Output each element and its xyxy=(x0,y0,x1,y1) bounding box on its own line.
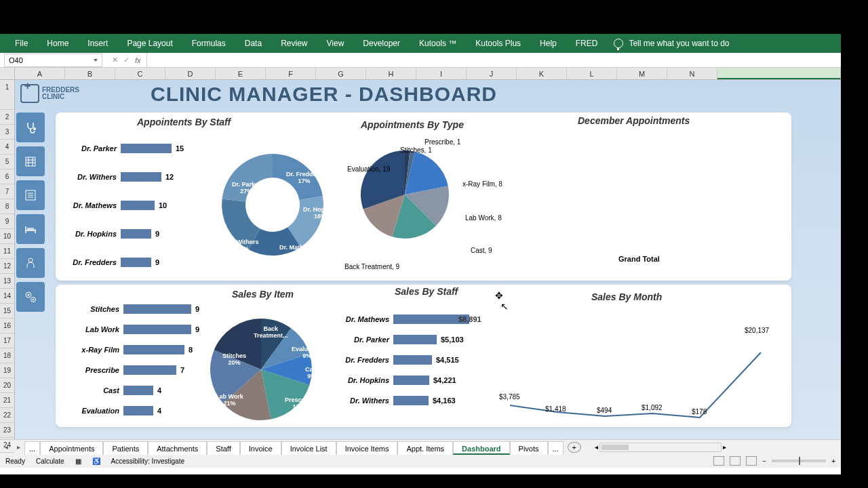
sales-staff-bars[interactable]: Dr. Mathews$8,891 Dr. Parker$5,103 Dr. F… xyxy=(340,312,481,408)
tab-prev-icon[interactable]: ◂ xyxy=(0,443,12,451)
col-M[interactable]: M xyxy=(617,68,667,79)
row-2[interactable]: 2 xyxy=(0,110,14,125)
tab-help[interactable]: Help xyxy=(530,34,566,53)
horizontal-scrollbar[interactable]: ◂ ▸ xyxy=(595,443,841,452)
tab-view[interactable]: View xyxy=(317,34,354,53)
row-3[interactable]: 3 xyxy=(0,125,14,140)
row-20[interactable]: 20 xyxy=(0,378,14,393)
col-A[interactable]: A xyxy=(15,68,65,79)
row-22[interactable]: 22 xyxy=(0,408,14,423)
col-G[interactable]: G xyxy=(316,68,366,79)
tab-pivots[interactable]: Pivots xyxy=(510,441,548,455)
row-23[interactable]: 23 xyxy=(0,423,14,438)
tab-next-icon[interactable]: ▸ xyxy=(12,443,24,451)
appt-type-pie[interactable]: Prescribe, 1 Stitches, 1 Evaluation, 19 … xyxy=(354,144,456,248)
row-21[interactable]: 21 xyxy=(0,393,14,408)
col-C[interactable]: C xyxy=(115,68,165,79)
col-N[interactable]: N xyxy=(667,68,717,79)
tab-attachments[interactable]: Attachments xyxy=(148,441,207,455)
normal-view-icon[interactable] xyxy=(713,456,724,466)
tab-invoice-list[interactable]: Invoice List xyxy=(281,441,336,455)
tab-appointments[interactable]: Appointments xyxy=(40,441,103,455)
nav-person-icon[interactable] xyxy=(16,248,45,278)
row-11[interactable]: 11 xyxy=(0,244,14,259)
tab-home[interactable]: Home xyxy=(37,34,78,53)
chevron-down-icon[interactable] xyxy=(94,59,98,62)
zoom-out-button[interactable]: − xyxy=(762,458,766,465)
select-all-corner[interactable] xyxy=(0,68,15,79)
tab-invoice-items[interactable]: Invoice Items xyxy=(336,441,398,455)
tab-staff[interactable]: Staff xyxy=(207,441,239,455)
add-sheet-button[interactable]: + xyxy=(568,442,581,453)
row-17[interactable]: 17 xyxy=(0,333,14,348)
col-sel[interactable] xyxy=(717,68,841,79)
sales-item-pie[interactable]: BackTreatment... Evaluation9% Cast9% Pre… xyxy=(203,312,319,430)
row-5[interactable]: 5 xyxy=(0,155,14,169)
sheet-tabs: ◂ ▸ ... Appointments Patients Attachment… xyxy=(0,439,841,454)
fx-icon[interactable]: fx xyxy=(135,56,141,64)
col-F[interactable]: F xyxy=(266,68,316,79)
col-H[interactable]: H xyxy=(366,68,416,79)
row-4[interactable]: 4 xyxy=(0,140,14,155)
col-K[interactable]: K xyxy=(517,68,567,79)
row-6[interactable]: 6 xyxy=(0,169,14,184)
status-accessibility[interactable]: Accessibility: Investigate xyxy=(111,458,184,465)
col-J[interactable]: J xyxy=(467,68,517,79)
tab-invoice[interactable]: Invoice xyxy=(240,441,281,455)
page-break-view-icon[interactable] xyxy=(746,456,757,466)
row-16[interactable]: 16 xyxy=(0,319,14,333)
tab-formulas[interactable]: Formulas xyxy=(182,34,235,53)
tab-data[interactable]: Data xyxy=(235,34,271,53)
cancel-formula-icon[interactable]: ✕ xyxy=(112,56,118,64)
col-E[interactable]: E xyxy=(216,68,266,79)
tab-kutools-plus[interactable]: Kutools Plus xyxy=(466,34,530,53)
row-18[interactable]: 18 xyxy=(0,348,14,363)
accept-formula-icon[interactable]: ✓ xyxy=(123,56,130,64)
row-19[interactable]: 19 xyxy=(0,363,14,378)
tab-review[interactable]: Review xyxy=(271,34,317,53)
col-L[interactable]: L xyxy=(567,68,617,79)
nav-calendar-icon[interactable] xyxy=(16,146,45,176)
tab-ellipsis-right[interactable]: ... xyxy=(548,441,564,455)
nav-bed-icon[interactable] xyxy=(16,214,45,244)
row-15[interactable]: 15 xyxy=(0,304,14,319)
sales-item-bars[interactable]: Stitches9 Lab Work9 x-Ray Film8 Prescrib… xyxy=(65,301,199,419)
nav-stethoscope-icon[interactable] xyxy=(16,113,45,142)
row-1[interactable]: 1 xyxy=(0,80,14,110)
nav-gear-icon[interactable] xyxy=(16,282,45,312)
name-box[interactable]: O40 xyxy=(4,54,102,67)
tab-ellipsis-left[interactable]: ... xyxy=(24,441,40,455)
tell-me-search[interactable]: Tell me what you want to do xyxy=(627,34,738,53)
appt-staff-donut[interactable]: Dr. Fredders17% Dr. Hopkins16% Dr. Mathe… xyxy=(205,137,340,275)
zoom-in-button[interactable]: + xyxy=(831,458,835,465)
tab-page-layout[interactable]: Page Layout xyxy=(117,34,182,53)
tab-kutools[interactable]: Kutools ™ xyxy=(410,34,466,53)
record-macro-icon[interactable]: ▦ xyxy=(75,458,81,465)
tab-insert[interactable]: Insert xyxy=(78,34,117,53)
tab-dashboard[interactable]: Dashboard xyxy=(453,441,509,455)
side-nav xyxy=(16,113,45,316)
tab-developer[interactable]: Developer xyxy=(353,34,410,53)
row-10[interactable]: 10 xyxy=(0,229,14,244)
appt-staff-bars[interactable]: Dr. Parker15 Dr. Withers12 Dr. Mathews10… xyxy=(62,138,184,272)
page-layout-view-icon[interactable] xyxy=(730,456,741,466)
row-9[interactable]: 9 xyxy=(0,214,14,229)
tab-appt-items[interactable]: Appt. Items xyxy=(397,441,453,455)
sales-month-line[interactable]: $3,785 $1,418 $494 $1,092 $178 $20,137 xyxy=(496,305,781,424)
appt-type-title: Appointments By Type xyxy=(361,119,464,130)
tab-fred[interactable]: FRED xyxy=(566,34,608,53)
row-13[interactable]: 13 xyxy=(0,274,14,289)
col-D[interactable]: D xyxy=(165,68,216,79)
tab-patients[interactable]: Patients xyxy=(103,441,148,455)
row-14[interactable]: 14 xyxy=(0,289,14,304)
row-8[interactable]: 8 xyxy=(0,199,14,214)
row-7[interactable]: 7 xyxy=(0,184,14,199)
zoom-slider[interactable] xyxy=(772,460,826,462)
accessibility-icon[interactable]: ♿ xyxy=(92,458,100,465)
col-I[interactable]: I xyxy=(416,68,467,79)
col-B[interactable]: B xyxy=(65,68,115,79)
row-12[interactable]: 12 xyxy=(0,259,14,274)
nav-list-icon[interactable] xyxy=(16,180,45,210)
formula-input[interactable] xyxy=(146,53,841,67)
tab-file[interactable]: File xyxy=(5,34,37,53)
